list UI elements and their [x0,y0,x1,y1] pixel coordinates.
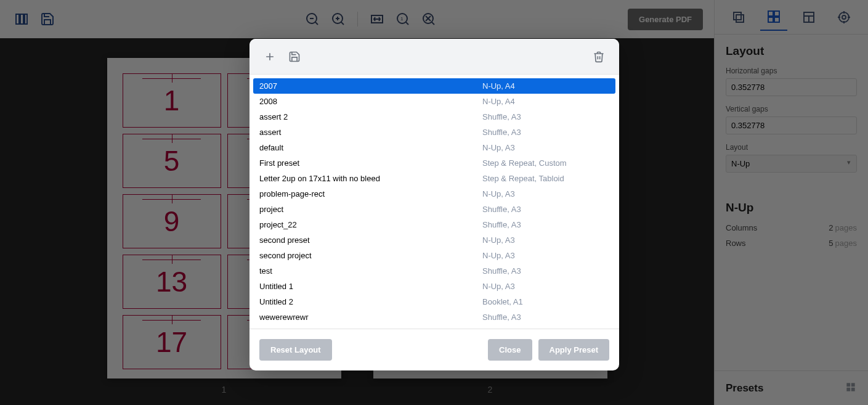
preset-name: second preset [259,235,482,245]
preset-meta: Shuffle, A3 [482,266,609,276]
apply-preset-button[interactable]: Apply Preset [538,339,609,361]
preset-meta: Step & Repeat, Tabloid [482,174,609,183]
preset-meta: Shuffle, A3 [482,313,609,322]
preset-name: default [259,143,482,152]
preset-item[interactable]: problem-page-rectN-Up, A3 [253,186,615,202]
preset-item[interactable]: second projectN-Up, A3 [253,248,615,263]
preset-item[interactable]: testShuffle, A3 [253,263,615,279]
modal-toolbar [249,39,619,75]
preset-item[interactable]: 2007N-Up, A4 [253,78,615,94]
add-icon[interactable] [261,47,279,66]
preset-name: Untitled 2 [259,297,482,306]
preset-meta: N-Up, A3 [482,251,609,260]
preset-item[interactable]: 2008N-Up, A4 [253,94,615,109]
preset-name: assert 2 [259,112,482,121]
preset-name: project_22 [259,220,482,229]
preset-item[interactable]: project_22Shuffle, A3 [253,217,615,232]
preset-item[interactable]: First presetStep & Repeat, Custom [253,155,615,171]
modal-footer: Reset Layout Close Apply Preset [249,329,619,370]
preset-item[interactable]: assertShuffle, A3 [253,125,615,140]
preset-name: project [259,205,482,214]
save-preset-icon[interactable] [285,47,304,66]
delete-icon[interactable] [590,47,608,66]
preset-item[interactable]: defaultN-Up, A3 [253,140,615,155]
preset-meta: N-Up, A3 [482,189,609,198]
close-button[interactable]: Close [488,339,532,361]
preset-item[interactable]: second presetN-Up, A3 [253,232,615,248]
preset-item[interactable]: Untitled 2Booklet, A1 [253,294,615,309]
preset-item[interactable]: projectShuffle, A3 [253,202,615,217]
preset-name: wewerewrewr [259,313,482,322]
preset-list: 2007N-Up, A42008N-Up, A4assert 2Shuffle,… [249,75,619,329]
preset-name: First preset [259,158,482,168]
preset-name: 2007 [259,81,482,91]
preset-name: Untitled 1 [259,282,482,291]
preset-name: assert [259,128,482,137]
preset-meta: N-Up, A3 [482,282,609,291]
presets-modal: 2007N-Up, A42008N-Up, A4assert 2Shuffle,… [249,39,619,370]
preset-meta: Shuffle, A3 [482,205,609,214]
preset-name: test [259,266,482,276]
preset-item[interactable]: Letter 2up on 17x11 with no bleedStep & … [253,171,615,186]
preset-name: second project [259,251,482,260]
preset-meta: Step & Repeat, Custom [482,158,609,168]
preset-item[interactable]: wewerewrewrShuffle, A3 [253,309,615,325]
preset-meta: Booklet, A1 [482,297,609,306]
preset-meta: N-Up, A3 [482,143,609,152]
preset-meta: N-Up, A3 [482,235,609,245]
preset-meta: N-Up, A4 [482,97,609,106]
preset-name: 2008 [259,97,482,106]
preset-meta: N-Up, A4 [482,81,609,91]
reset-layout-button[interactable]: Reset Layout [259,339,332,361]
preset-item[interactable]: Untitled 1N-Up, A3 [253,279,615,294]
preset-meta: Shuffle, A3 [482,128,609,137]
preset-meta: Shuffle, A3 [482,220,609,229]
preset-meta: Shuffle, A3 [482,112,609,121]
preset-name: Letter 2up on 17x11 with no bleed [259,174,482,183]
preset-name: problem-page-rect [259,189,482,198]
preset-item[interactable]: assert 2Shuffle, A3 [253,109,615,125]
